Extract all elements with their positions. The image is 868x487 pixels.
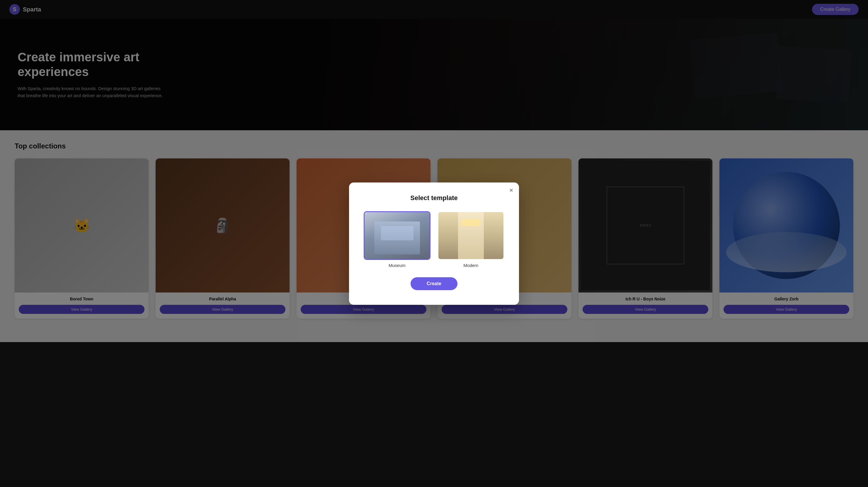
modern-card-border[interactable] [437, 211, 504, 260]
museum-label: Museum [364, 263, 431, 268]
modern-label: Modern [437, 263, 504, 268]
modal-title: Select template [364, 194, 504, 202]
museum-card-border[interactable] [364, 211, 431, 260]
museum-thumb [365, 212, 430, 259]
modal-create-button[interactable]: Create [410, 277, 458, 290]
template-card-museum[interactable]: Museum [364, 211, 431, 268]
modal-overlay[interactable]: × Select template Museum Modern [0, 0, 868, 487]
template-grid: Museum Modern [364, 211, 504, 268]
modal-close-button[interactable]: × [509, 187, 513, 194]
modern-thumb [438, 212, 503, 259]
template-card-modern[interactable]: Modern [437, 211, 504, 268]
select-template-modal: × Select template Museum Modern [349, 182, 519, 305]
